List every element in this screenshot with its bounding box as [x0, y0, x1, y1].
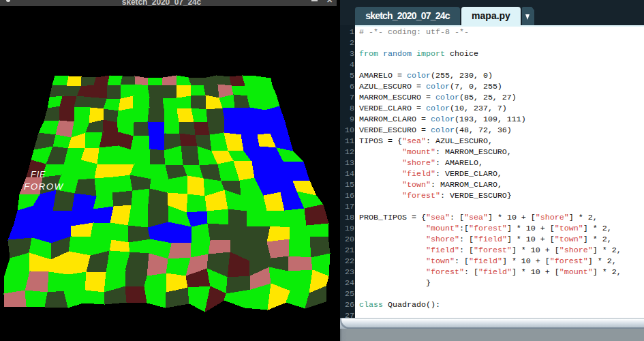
svg-text:FOROW: FOROW	[24, 181, 64, 192]
svg-text:FIE: FIE	[31, 170, 46, 179]
